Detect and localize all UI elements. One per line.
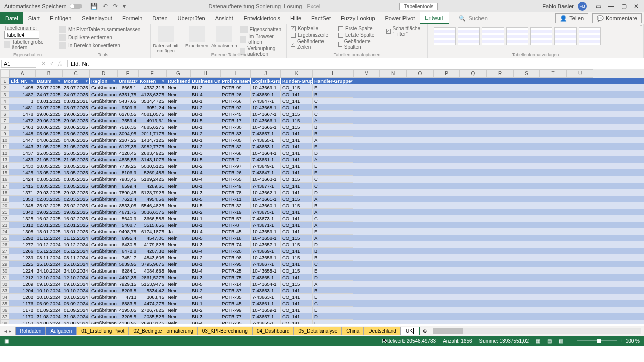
cell[interactable]: 1433 [9,156,35,163]
cell[interactable]: E [313,143,353,150]
cell[interactable]: 7-43647-1 [251,169,281,176]
column-header[interactable]: M [353,69,380,78]
zoom-in-icon[interactable]: + [620,338,623,344]
cell[interactable]: 4713 [117,294,138,300]
cell[interactable]: 05.12.2024 [62,248,90,254]
cell[interactable]: BU-2 [190,130,220,137]
cell[interactable]: CO_115 [281,241,313,248]
cell[interactable]: 5153,9475 [138,281,166,287]
cell[interactable]: A [313,196,353,202]
cell[interactable]: 18.01.2025 [35,228,62,235]
cell[interactable]: C [313,300,353,307]
ribbon-tab-datei[interactable]: Datei [0,12,23,24]
cell[interactable]: BU-3 [190,150,220,156]
cell[interactable]: PCTR-25 [220,267,251,274]
cell[interactable]: CO_141 [281,91,313,98]
column-header[interactable]: L [313,69,353,78]
cell[interactable]: CO_141 [281,137,313,143]
search-box[interactable]: 🔍 Suchen [459,12,488,24]
zoom-level[interactable]: 100 % [626,338,640,344]
cell[interactable]: 1292 [9,235,35,241]
cell[interactable]: BU-2 [190,143,220,150]
sheet-nav-prev-icon[interactable]: ◂ [4,328,7,334]
cell[interactable]: 1447 [9,137,35,143]
cell[interactable]: Großbritanni [90,222,117,228]
cell[interactable]: B [313,104,353,111]
banded-cols-check[interactable]: Gebänderte Spalten [338,38,376,50]
cell[interactable]: C [313,183,353,189]
toggle-off-icon[interactable] [70,4,82,9]
cell[interactable]: 25.02.2025 [35,202,62,209]
cell[interactable]: 7-43665-1 [251,274,281,281]
cell[interactable]: CO_115 [281,235,313,241]
row-header[interactable]: 4 [0,98,9,104]
table-styles-gallery[interactable] [432,25,639,47]
cell[interactable]: 7451,7 [117,254,138,261]
cell[interactable]: B [313,287,353,294]
table-header-cell[interactable]: Rücksendung▾ [166,78,190,84]
cell[interactable]: Nein [166,189,190,196]
cell[interactable]: E [313,228,353,235]
maximize-icon[interactable]: ▢ [621,3,627,10]
cell[interactable]: Großbritanni [90,84,117,91]
cell[interactable]: Nein [166,209,190,215]
row-header[interactable]: 37 [0,313,9,320]
cell[interactable]: 6995,4 [117,235,138,241]
cell[interactable]: 7-43647-1 [251,98,281,104]
cell[interactable]: 3063,45 [138,294,166,300]
cell[interactable]: Nein [166,196,190,202]
column-header[interactable]: J [251,69,281,78]
ribbon-tab-seitenlayout[interactable]: Seitenlayout [76,12,117,24]
cell[interactable]: Nein [166,261,190,267]
cell[interactable]: CO_141 [281,294,313,300]
cell[interactable]: 04.06.2025 [35,137,62,143]
cell[interactable]: 3666,585 [138,215,166,222]
cell[interactable]: E [313,320,353,324]
cell[interactable]: Nein [166,202,190,209]
cell[interactable]: BU-1 [190,222,220,228]
cell[interactable]: 5189,2425 [138,176,166,183]
ribbon-tab-einfügen[interactable]: Einfügen [45,12,76,24]
cell[interactable]: 9498,75 [117,228,138,235]
cell[interactable]: BU-3 [190,274,220,281]
first-col-check[interactable]: Erste Spalte [338,25,376,32]
cell[interactable]: Großbritanni [90,124,117,130]
cell[interactable]: Nein [166,254,190,261]
cell[interactable]: 6051,24 [138,104,166,111]
cell[interactable]: 21.05.2025 [62,156,90,163]
cell[interactable]: PCTR-45 [220,228,251,235]
cell[interactable]: 1277 [9,241,35,248]
style-swatch[interactable] [434,27,456,45]
cell[interactable]: BU-1 [190,215,220,222]
column-header[interactable]: E [117,69,138,78]
cell[interactable]: 31.12.2024 [35,235,62,241]
cell[interactable]: Großbritanni [90,294,117,300]
view-break-icon[interactable]: ▧ [559,338,564,344]
row-header[interactable]: 11 [0,143,9,150]
cell[interactable]: 10.10.2024 [62,294,90,300]
share-button[interactable]: 👤 Teilen [555,13,588,23]
cell[interactable]: D [313,189,353,196]
cell[interactable]: 12.10.2024 [62,274,90,281]
cell[interactable]: 5546,4825 [138,202,166,209]
column-header[interactable]: H [190,69,220,78]
cell[interactable]: 3534,4725 [138,98,166,104]
cell[interactable]: Großbritanni [90,261,117,267]
row-header[interactable]: 15 [0,169,9,176]
cell[interactable]: PCTR-87 [220,287,251,294]
cell[interactable]: 10.10.2024 [62,287,90,294]
cell[interactable]: 7-43653-1 [251,143,281,150]
cell[interactable]: Großbritanni [90,130,117,137]
cell[interactable]: 1498 [9,84,35,91]
cell[interactable]: BU-3 [190,241,220,248]
cell[interactable]: 7-43661-1 [251,300,281,307]
cell[interactable]: Großbritanni [90,156,117,163]
cell[interactable]: CO_141 [281,307,313,313]
cell[interactable]: PCTR-74 [220,241,251,248]
cell[interactable]: B [313,202,353,209]
cell[interactable]: 10-43661-1 [251,196,281,202]
cell[interactable]: CO_141 [281,261,313,267]
cell[interactable]: Nein [166,294,190,300]
cell[interactable]: 1348 [9,202,35,209]
cell[interactable]: PCTR-17 [220,117,251,124]
